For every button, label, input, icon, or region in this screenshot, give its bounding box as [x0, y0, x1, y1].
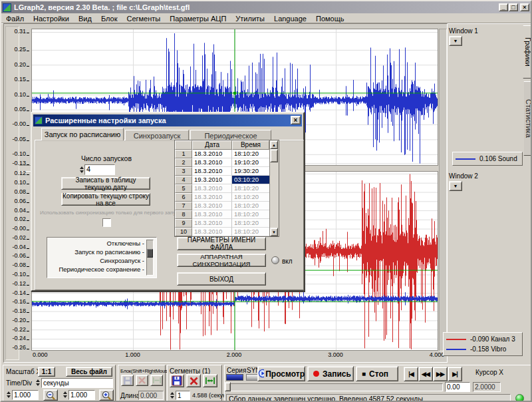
- x-tick-label: 3.000: [328, 351, 343, 358]
- y-tick-label: -0.24: [12, 335, 29, 341]
- minimize-button[interactable]: _: [499, 3, 508, 11]
- window2-label: Window 2: [449, 172, 478, 180]
- y-tick-label: 0.08: [14, 188, 29, 195]
- legend-value-kanal3: -0.090 Канал 3: [470, 335, 515, 343]
- scale-x-panel: Масштаб X 1:1 Весь файл Time/Div секунды…: [3, 365, 116, 402]
- tab-graphs[interactable]: Графики: [523, 25, 532, 79]
- tab-sync-start[interactable]: Синхрозапуск: [125, 130, 189, 140]
- sync-first-start-checkbox[interactable]: [102, 218, 111, 227]
- menu-item-settings[interactable]: Настройки: [29, 15, 74, 23]
- cursor-position-field[interactable]: 0.00: [445, 382, 470, 392]
- transport-panel: Серия SYNC Просмотр Запись ■ Стоп |◀ ◀◀ …: [224, 365, 532, 402]
- stop-button[interactable]: ■ Стоп: [356, 366, 398, 381]
- header-time: Время: [232, 140, 269, 150]
- segment-length-value: 4.588 (секун,: [192, 392, 228, 399]
- y-tick-label: -0.26: [12, 344, 29, 351]
- nav-last-button[interactable]: ▶|: [448, 367, 462, 381]
- tab-statistics[interactable]: Статистика: [523, 81, 532, 156]
- y-tick-label: 0.10: [14, 91, 29, 98]
- num-starts-stepper[interactable]: 4: [78, 164, 115, 175]
- scroll-up-icon[interactable]: ▲: [270, 140, 278, 149]
- series-label: Серия: [227, 367, 246, 374]
- num-starts-value[interactable]: 4: [84, 164, 115, 175]
- nav-first-button[interactable]: |◀: [404, 367, 418, 381]
- menu-item-language[interactable]: Language: [269, 15, 311, 23]
- spinner-arrows-icon[interactable]: [78, 166, 84, 174]
- y-tick-label: -0.18: [12, 307, 29, 314]
- block-delete-button: [136, 375, 148, 386]
- zoom-x-value-field[interactable]: 1.000: [12, 390, 39, 400]
- table-row[interactable]: 618.3.201018:10:20: [175, 193, 269, 202]
- timediv-stepper[interactable]: [35, 379, 41, 387]
- window-title: LGraph2, версия 2.30 Beta. ; file c:\LGr…: [14, 3, 190, 11]
- exit-button[interactable]: ВЫХОД: [177, 272, 266, 286]
- segment-save-button[interactable]: [170, 374, 184, 387]
- scroll-down-icon[interactable]: ▼: [270, 228, 278, 236]
- hardware-sync-button[interactable]: АППАРАТНАЯ СИНХРОНИЗАЦИЯ: [177, 254, 266, 267]
- selected-cell: 03:10:20: [232, 176, 269, 184]
- one-to-one-button[interactable]: 1:1: [38, 367, 55, 377]
- window1-legend[interactable]: 0.106 Sound: [452, 152, 523, 166]
- table-row[interactable]: 1018.3.201018:10:20: [175, 228, 269, 236]
- table-row[interactable]: 318.3.201019:30:20: [175, 167, 269, 176]
- zoom-y-value-field[interactable]: 1.000: [68, 390, 95, 400]
- window1-y-axis: 0.310.250.200.150.100.05-0.00-0.05-0.10-…: [1, 29, 31, 164]
- table-row[interactable]: 918.3.201018:10:20: [175, 219, 269, 228]
- y-tick-label: -0.05: [12, 136, 29, 142]
- record-button[interactable]: Запись: [307, 366, 354, 381]
- table-row[interactable]: 118.3.201018:10:20: [175, 150, 269, 158]
- menu-item-segments[interactable]: Сегменты: [122, 15, 165, 23]
- menu-item-help[interactable]: Помощь: [311, 15, 349, 23]
- menu-item-file[interactable]: Файл: [1, 15, 29, 23]
- segment-stepper[interactable]: [169, 391, 175, 399]
- menu-item-utilities[interactable]: Утилиты: [231, 15, 269, 23]
- window2-legend[interactable]: -0.090 Канал 3 -0.158 Vibro: [443, 332, 523, 356]
- dialog-title: Расширенные настройки запуска: [45, 116, 166, 124]
- start-mode-selector: Отключены - Запуск по расписанию - Синхр…: [47, 237, 157, 278]
- tab-periodic-save[interactable]: Периодическое сохранение: [190, 130, 271, 140]
- table-row[interactable]: 218.3.201019:10:20: [175, 158, 269, 167]
- filename-params-button[interactable]: ПАРАМЕТРЫ ИМЕНИ ФАЙЛА: [177, 237, 266, 250]
- block-fit-button: [150, 375, 163, 386]
- table-row[interactable]: 818.3.201018:10:20: [175, 210, 269, 219]
- table-row[interactable]: 718.3.201018:10:20: [175, 202, 269, 210]
- segment-number-field[interactable]: 1: [176, 391, 190, 400]
- mode-slider-track[interactable]: [146, 240, 154, 276]
- zoom-out-button[interactable]: [43, 389, 58, 401]
- write-current-date-button[interactable]: Записать в таблицу текущую дату: [61, 177, 150, 190]
- cursor-value-field: 2.0000: [473, 382, 501, 392]
- menu-item-view[interactable]: Вид: [74, 15, 96, 23]
- maximize-button[interactable]: □: [509, 3, 518, 11]
- preview-button[interactable]: Просмотр: [257, 366, 305, 381]
- mode-slider-handle[interactable]: [147, 249, 153, 258]
- table-scrollbar[interactable]: ▲ ▼: [269, 140, 279, 236]
- dialog-close-button[interactable]: ×: [291, 116, 301, 124]
- segment-fit-button[interactable]: [203, 374, 217, 387]
- y-tick-label: -0.08: [12, 262, 29, 268]
- scrollbar-thumb[interactable]: [270, 149, 278, 162]
- zoom-x-stepper[interactable]: [5, 391, 11, 399]
- copy-row-to-all-button[interactable]: Копировать текущую строку на все: [61, 193, 150, 206]
- nav-prev-button[interactable]: ◀◀: [418, 367, 433, 381]
- x-tick-label: 0.000: [33, 351, 48, 358]
- whole-file-button[interactable]: Весь файл: [66, 367, 112, 377]
- table-row-selected[interactable]: 419.3.201003:10:20: [175, 176, 269, 184]
- block-panel: Блок(Shift+RightMouse) Длина 0.000: [118, 365, 166, 402]
- fit-width-icon: [205, 376, 215, 385]
- menu-item-adc-params[interactable]: Параметры АЦП: [165, 15, 231, 23]
- timediv-value-field[interactable]: секунды: [41, 378, 113, 388]
- position-slider-handle[interactable]: [225, 382, 231, 391]
- menu-item-block[interactable]: Блок: [96, 15, 122, 23]
- table-row[interactable]: 518.3.201018:10:20: [175, 184, 269, 193]
- zoom-in-button[interactable]: [99, 389, 114, 401]
- window1-dropdown-button[interactable]: ▼: [449, 36, 462, 46]
- zoom-y-stepper[interactable]: [62, 391, 68, 399]
- segment-delete-button[interactable]: [186, 374, 201, 387]
- tab-schedule-start[interactable]: Запуск по расписанию: [41, 128, 124, 140]
- y-tick-label: -0.00: [12, 120, 29, 127]
- nav-next-button[interactable]: ▶▶: [433, 367, 448, 381]
- position-slider-track[interactable]: [226, 383, 443, 391]
- schedule-table[interactable]: Дата Время 118.3.201018:10:20 218.3.2010…: [174, 140, 279, 237]
- window2-dropdown-button[interactable]: ▼: [449, 181, 462, 191]
- close-button[interactable]: ×: [520, 3, 529, 11]
